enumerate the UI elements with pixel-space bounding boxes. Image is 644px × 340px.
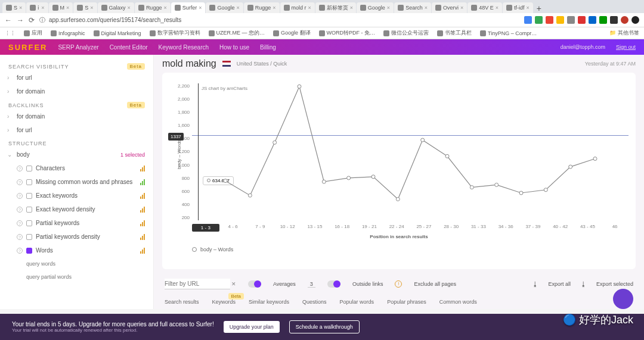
export-all-link[interactable]: Export all	[548, 281, 571, 287]
sidebar-item[interactable]: ›for url	[0, 123, 153, 137]
browser-tab[interactable]: Rugge×	[135, 2, 171, 13]
checkbox[interactable]	[26, 166, 32, 171]
chevron-right-icon: ›	[7, 74, 9, 81]
sidebar-metric-item[interactable]: ?Missing common words and phrases	[0, 175, 153, 189]
nav-keyword-research[interactable]: Keyword Research	[159, 44, 209, 51]
browser-tab[interactable]: S×	[2, 2, 26, 13]
sidebar-item[interactable]: ›for domain	[0, 85, 153, 98]
signout-link[interactable]: Sign out	[616, 44, 636, 50]
url-field[interactable]: ⓘ app.surferseo.com/queries/195174/searc…	[39, 16, 519, 24]
outside-links-label: Outside links	[352, 281, 383, 287]
browser-tab[interactable]: 新标签页×	[315, 2, 356, 13]
info-icon: ⓘ	[39, 16, 45, 24]
browser-tab[interactable]: Overvi×	[432, 2, 467, 13]
exclude-all-link[interactable]: Exclude all pages	[414, 281, 456, 287]
reload-icon[interactable]: ⟳	[29, 16, 35, 24]
bookmark-item[interactable]: UZER.ME — 您的…	[209, 29, 265, 37]
bookmark-item[interactable]: Google 翻译	[273, 29, 311, 37]
url-text: app.surferseo.com/queries/195174/search_…	[49, 17, 181, 23]
other-bookmarks[interactable]: 📁 其他书签	[609, 29, 639, 37]
browser-tab[interactable]: Google×	[357, 2, 394, 13]
bookmark-item[interactable]: 书签工具栏	[437, 29, 472, 37]
bookmark-item[interactable]: 微信公众号运营	[383, 29, 429, 37]
checkbox[interactable]	[26, 234, 32, 240]
sidebar-metric-item[interactable]: ?Words	[0, 244, 153, 257]
nav-billing[interactable]: Billing	[260, 44, 276, 51]
browser-tab[interactable]: Surfer×	[171, 2, 206, 13]
new-tab-button[interactable]: +	[534, 4, 544, 13]
chevron-right-icon: ›	[7, 127, 9, 133]
sidebar-metric-item[interactable]: ?Exact keywords	[0, 189, 153, 202]
sidebar-body-toggle[interactable]: ⌄body1 selected	[0, 148, 153, 161]
chat-widget-icon[interactable]	[613, 289, 633, 309]
chevron-right-icon: ›	[7, 88, 9, 95]
forward-icon[interactable]: →	[17, 16, 24, 24]
filter-url-input[interactable]	[165, 279, 230, 289]
warning-icon: !	[395, 280, 402, 288]
nav-how-to-use[interactable]: How to use	[219, 44, 249, 51]
location-label: United States / Quick	[237, 61, 287, 67]
svg-point-11	[495, 183, 499, 186]
browser-tab[interactable]: ⅰ×	[26, 2, 48, 13]
result-tab[interactable]: Popular phrases	[387, 299, 426, 305]
sidebar-metric-item[interactable]: ?Characters	[0, 161, 153, 175]
result-tab[interactable]: Similar keywords	[249, 299, 289, 305]
bookmark-item[interactable]: 数字营销学习资料	[150, 29, 200, 37]
bookmark-item[interactable]: 应用	[24, 29, 42, 37]
checkbox[interactable]	[26, 220, 32, 226]
x-tick: 22 - 24	[383, 224, 410, 232]
svg-point-6	[371, 175, 375, 179]
sidebar-sub-item[interactable]: query partial words	[0, 270, 153, 283]
browser-tab[interactable]: mold r×	[280, 2, 315, 13]
browser-tab[interactable]: Search×	[394, 2, 431, 13]
x-tick: 25 - 27	[410, 224, 438, 232]
bookmark-item[interactable]: Digital Marketing	[94, 30, 141, 36]
bookmark-item[interactable]: Infographic	[51, 30, 85, 36]
checkbox[interactable]	[26, 193, 32, 199]
browser-tab[interactable]: M×	[49, 2, 73, 13]
sidebar-item[interactable]: ›for url	[0, 71, 153, 85]
bookmark-item[interactable]: TinyPNG – Compr…	[480, 30, 537, 36]
svg-point-9	[445, 154, 449, 158]
result-tab[interactable]: KeywordsBeta	[212, 299, 236, 305]
sidebar-metric-item[interactable]: ?Partial keywords density	[0, 230, 153, 244]
upgrade-button[interactable]: Upgrade your plan	[224, 321, 280, 333]
nav-content-editor[interactable]: Content Editor	[110, 44, 148, 51]
sidebar-sub-item[interactable]: query words	[0, 257, 153, 270]
browser-tab[interactable]: tf-idf×	[503, 2, 533, 13]
outside-links-toggle[interactable]	[327, 280, 340, 288]
result-tab[interactable]: Questions	[302, 299, 327, 305]
averages-value[interactable]: 3	[308, 281, 315, 288]
browser-tab[interactable]: Galaxy×	[98, 2, 134, 13]
averages-toggle[interactable]	[248, 280, 261, 288]
sidebar-item[interactable]: ›for domain	[0, 110, 153, 123]
sidebar-metric-item[interactable]: ?Partial keywords	[0, 216, 153, 230]
browser-tab[interactable]: 48V E×	[467, 2, 502, 13]
bookmarks-bar: ⋮⋮应用InfographicDigital Marketing数字营销学习资料…	[0, 27, 644, 39]
legend-label: body – Words	[200, 247, 233, 252]
watermark-text: 🔵 好学的Jack	[563, 313, 633, 327]
apps-icon[interactable]: ⋮⋮	[5, 30, 16, 36]
browser-tab[interactable]: Google×	[206, 2, 243, 13]
result-tab[interactable]: Popular words	[340, 299, 374, 305]
app-topbar: SURFER SERP AnalyzerContent EditorKeywor…	[0, 39, 644, 55]
line-chart[interactable]	[192, 83, 628, 220]
bookmark-item[interactable]: WORD转PDF - 免…	[319, 29, 376, 37]
back-icon[interactable]: ←	[5, 16, 12, 24]
sidebar-metric-item[interactable]: ?Exact keyword density	[0, 202, 153, 216]
browser-tab[interactable]: Rugge×	[244, 2, 280, 13]
x-tick: 10 - 12	[274, 224, 301, 232]
result-tabs: Search resultsKeywordsBetaSimilar keywor…	[162, 297, 636, 307]
checkbox[interactable]	[26, 207, 32, 213]
result-tab[interactable]: Search results	[165, 299, 199, 305]
y-axis: 2,2002,0001,8001,6001,4001,2001,00080060…	[173, 83, 190, 220]
chevron-right-icon: ›	[7, 113, 9, 120]
result-tab[interactable]: Common words	[439, 299, 477, 305]
checkbox[interactable]	[26, 248, 32, 254]
export-selected-link[interactable]: Export selected	[596, 281, 633, 287]
clear-icon[interactable]: ✕	[231, 281, 236, 287]
schedule-walkthrough-button[interactable]: Schedule a walkthrough	[289, 320, 360, 333]
browser-tab[interactable]: S×	[73, 2, 97, 13]
checkbox[interactable]	[26, 179, 32, 185]
nav-serp-analyzer[interactable]: SERP Analyzer	[58, 44, 98, 51]
